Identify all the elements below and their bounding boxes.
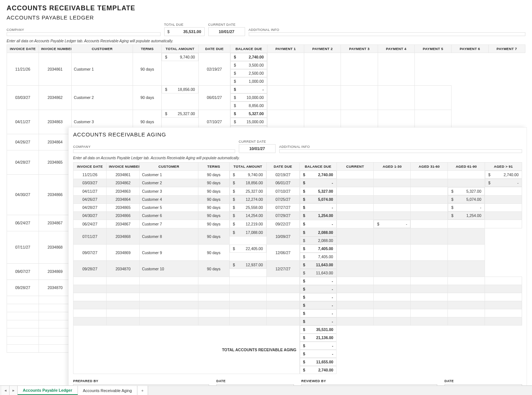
ledger-header-cell: BALANCE DUE	[230, 45, 267, 53]
table-row[interactable]: $-	[73, 301, 522, 309]
table-row[interactable]: 11/21/262034861Customer 190 days $9,740.…	[73, 171, 522, 179]
table-row[interactable]: 11/21/262034861Customer 190 days $9,740.…	[7, 53, 525, 86]
ledger-header-cell: PAYMENT 2	[304, 45, 341, 53]
aging-header-cell: INVOICE NUMBER	[107, 163, 140, 171]
ledger-header-cell: PAYMENT 6	[452, 45, 488, 53]
company-field[interactable]	[7, 32, 161, 36]
total-due-field: $35,531.00	[164, 27, 205, 36]
aging-header-cell: TOTAL AMOUNT	[229, 163, 266, 171]
aging-table[interactable]: INVOICE DATEINVOICE NUMBERCUSTOMERTERMST…	[73, 162, 522, 353]
aging-header-cell: TERMS	[198, 163, 229, 171]
aging-label-current-date: CURRENT DATE	[239, 140, 276, 143]
table-row[interactable]: 03/03/272034862Customer 290 days $18,856…	[73, 179, 522, 187]
aging-header-cell: DATE DUE	[266, 163, 299, 171]
label-add-info: ADDITIONAL INFO	[249, 28, 525, 32]
ledger-heading: ACCOUNTS PAYABLE LEDGER	[7, 14, 525, 21]
aging-header-cell: AGED 1-30	[374, 163, 411, 171]
table-row[interactable]: 04/28/272034865Customer 590 days $25,558…	[73, 203, 522, 211]
ledger-header-cell: TOTAL AMOUNT	[162, 45, 198, 53]
ledger-header-cell: PAYMENT 1	[267, 45, 304, 53]
add-info-field[interactable]	[249, 32, 525, 36]
aging-current-date-field[interactable]: 10/01/27	[239, 144, 276, 153]
table-row[interactable]: 04/11/272034863Customer 390 days $25,327…	[73, 187, 522, 196]
ledger-header-cell: INVOICE NUMBER	[39, 45, 71, 53]
table-row[interactable]: $-	[73, 277, 522, 285]
aging-totals-row: TOTAL ACCOUNTS RECEIVABLE AGING $35,531.…	[73, 325, 522, 353]
ledger-header-cell: PAYMENT 5	[414, 45, 451, 53]
table-row[interactable]: $-	[73, 293, 522, 301]
label-current-date: CURRENT DATE	[208, 23, 245, 26]
table-row[interactable]: $-	[73, 309, 522, 317]
aging-heading: ACCOUNTS RECEIVABLE AGING	[73, 131, 522, 138]
aging-panel: ACCOUNTS RECEIVABLE AGING COMPANY CURREN…	[68, 127, 527, 353]
page-title: ACCOUNTS RECEIVABLE TEMPLATE	[7, 4, 525, 12]
table-row[interactable]: $-	[73, 317, 522, 325]
table-row[interactable]: 04/26/272034864Customer 490 days $12,274…	[73, 195, 522, 203]
aging-instruction: Enter all data on Accounts Payable Ledge…	[73, 156, 522, 160]
ledger-header-cell: PAYMENT 7	[488, 45, 525, 53]
ledger-header-cell: TERMS	[133, 45, 162, 53]
aging-header-cell: AGED > 91	[485, 163, 522, 171]
aging-header-cell: AGED 31-60	[411, 163, 448, 171]
aging-header-cell: INVOICE DATE	[73, 163, 107, 171]
aging-label-add-info: ADDITIONAL INFO	[279, 145, 522, 149]
ledger-header-cell: PAYMENT 3	[341, 45, 378, 53]
table-row[interactable]: $-	[73, 285, 522, 293]
table-row[interactable]: 06/24/272034867Customer 790 days $12,219…	[73, 220, 522, 228]
aging-label-company: COMPANY	[73, 145, 235, 149]
ledger-meta-row: COMPANY TOTAL DUE $35,531.00 CURRENT DAT…	[7, 23, 525, 36]
ledger-header-cell: PAYMENT 4	[378, 45, 414, 53]
aging-add-info-field[interactable]	[279, 149, 522, 153]
aging-header-cell: BALANCE DUE	[299, 163, 337, 171]
table-row[interactable]: 04/30/272034866Customer 690 days $14,254…	[73, 211, 522, 220]
table-row[interactable]: 07/11/272034868Customer 890 days $17,088…	[73, 228, 522, 245]
aging-header-cell: CURRENT	[337, 163, 374, 171]
label-total-due: TOTAL DUE	[164, 23, 205, 26]
ledger-instruction: Enter all data on Accounts Payable Ledge…	[7, 39, 525, 43]
aging-header-cell: CUSTOMER	[140, 163, 198, 171]
ledger-header-cell: CUSTOMER	[72, 45, 133, 53]
aging-company-field[interactable]	[73, 149, 235, 153]
current-date-field[interactable]: 10/01/27	[208, 27, 245, 36]
table-row[interactable]: 09/07/272034869Customer 990 days $22,405…	[73, 245, 522, 261]
aging-header-cell: AGED 61-90	[448, 163, 485, 171]
ledger-header-cell: DATE DUE	[198, 45, 230, 53]
table-row[interactable]: 03/03/272034862Customer 290 days $18,856…	[7, 85, 525, 110]
ledger-header-cell: INVOICE DATE	[7, 45, 39, 53]
table-row[interactable]: 09/28/272034870Customer 1090 days $12,93…	[73, 261, 522, 277]
label-company: COMPANY	[7, 28, 161, 32]
